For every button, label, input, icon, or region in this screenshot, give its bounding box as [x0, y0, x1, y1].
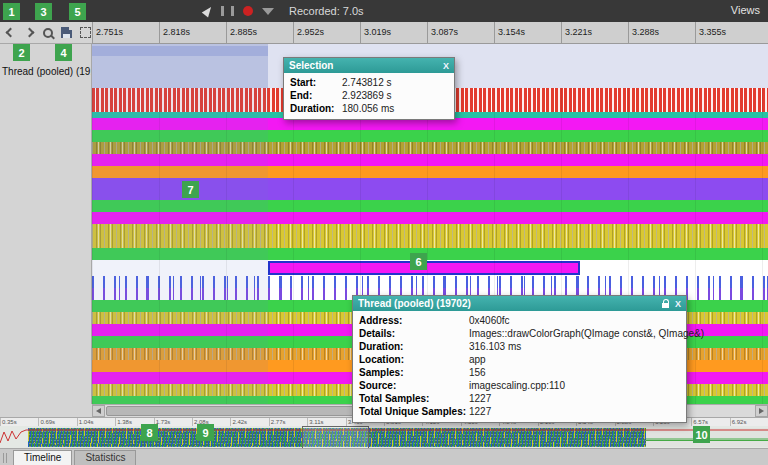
tooltip-field-value: app	[469, 353, 486, 366]
record-icon[interactable]	[243, 6, 253, 16]
chevron-left-icon	[6, 28, 16, 38]
thread-row-header[interactable]: Thread (pooled) (19. ▶	[0, 66, 91, 77]
analyzer-toolbar: Recorded: 7.0s Views	[0, 0, 768, 22]
thread-row-label: Thread (pooled) (19.	[2, 66, 91, 77]
annotation-badge: 4	[55, 44, 72, 61]
overview-tick: 3.11s	[307, 418, 345, 426]
tooltip-field-value: 0x4060fc	[469, 314, 510, 327]
tooltip-field: Duration:316.103 ms	[359, 340, 680, 353]
overview-activity-band[interactable]	[0, 426, 768, 449]
annotation-badge: 8	[141, 424, 158, 441]
tooltip-field-value: 2.923869 s	[342, 89, 392, 102]
close-icon[interactable]: X	[675, 299, 681, 309]
tooltip-field-label: Samples:	[359, 366, 469, 379]
timeline-row[interactable]	[92, 212, 768, 224]
overview-tick: 1.73s	[154, 418, 192, 426]
overview-view-window[interactable]	[302, 426, 369, 449]
scroll-right-button[interactable]	[755, 405, 768, 417]
ruler-tick: 3.221s	[561, 22, 592, 44]
filter-icon[interactable]	[262, 8, 274, 15]
timeline-sidebar: Thread (pooled) (19. ▶	[0, 44, 92, 404]
lock-icon[interactable]	[662, 299, 669, 308]
tooltip-field-label: Start:	[290, 76, 342, 89]
tooltip-field-label: Source:	[359, 379, 469, 392]
tab-statistics[interactable]: Statistics	[74, 450, 136, 465]
tooltip-field-label: Location:	[359, 353, 469, 366]
tooltip-field-label: Duration:	[290, 102, 342, 115]
tooltip-field-label: Address:	[359, 314, 469, 327]
annotation-badge: 1	[3, 3, 20, 20]
tooltip-field: End:2.923869 s	[290, 89, 448, 102]
views-menu-button[interactable]: Views	[731, 4, 760, 16]
selection-tooltip-body: Start:2.743812 sEnd:2.923869 sDuration:1…	[284, 73, 454, 119]
annotation-badge: 2	[13, 44, 30, 61]
thread-event-tooltip: Thread (pooled) (19702) X Address:0x4060…	[352, 295, 687, 423]
timeline-row[interactable]	[92, 154, 768, 166]
bottom-tab-bar: Timeline Statistics	[0, 448, 768, 465]
timeline-row[interactable]	[92, 166, 768, 178]
selection-tooltip-header: Selection X	[284, 58, 454, 73]
close-icon[interactable]: X	[443, 61, 449, 71]
timeline-row[interactable]	[92, 276, 768, 288]
ruler-tick: 2.751s	[92, 22, 123, 44]
tooltip-field: Total Samples:1227	[359, 392, 680, 405]
timeline-row[interactable]	[92, 236, 768, 248]
overview-tick: 2.42s	[230, 418, 268, 426]
overview-tick: 2.77s	[269, 418, 307, 426]
timeline-row[interactable]	[92, 142, 768, 154]
ruler-tick: 3.154s	[494, 22, 525, 44]
floppy-disk-icon	[61, 27, 72, 38]
overview-tick: 0.69s	[38, 418, 76, 426]
annotation-badge: 5	[69, 3, 86, 20]
tooltip-field: Location:app	[359, 353, 680, 366]
timeline-nav-toolbar	[0, 22, 92, 44]
zoom-fit-icon	[80, 27, 91, 38]
tooltip-field: Address:0x4060fc	[359, 314, 680, 327]
tooltip-field-value: 1227	[469, 392, 491, 405]
ruler-tick: 2.818s	[159, 22, 190, 44]
tooltip-field-value: imagescaling.cpp:110	[469, 379, 565, 392]
tab-timeline[interactable]: Timeline	[13, 450, 72, 465]
tooltip-field-value: 1227	[469, 405, 491, 418]
save-button[interactable]	[60, 25, 74, 40]
tooltip-field: Duration:180.056 ms	[290, 102, 448, 115]
toolbar-icon-group: Recorded: 7.0s	[204, 0, 364, 22]
recorded-duration-label: Recorded: 7.0s	[289, 5, 364, 17]
tooltip-field-label: Details:	[359, 327, 469, 340]
annotation-badge: 3	[35, 3, 52, 20]
overview-tick: 1.04s	[77, 418, 115, 426]
tooltip-field-label: Duration:	[359, 340, 469, 353]
thread-tooltip-title: Thread (pooled) (19702)	[358, 298, 658, 309]
selection-range-highlight	[92, 44, 268, 88]
triangle-left-icon	[96, 408, 101, 414]
overview-tick: 0.35s	[0, 418, 38, 426]
ruler-tick: 3.288s	[628, 22, 659, 44]
zoom-button[interactable]	[41, 25, 55, 40]
tooltip-field: Details:Images::drawColorGraph(QImage co…	[359, 327, 680, 340]
tooltip-field-value: Images::drawColorGraph(QImage const&, QI…	[469, 327, 704, 340]
timeline-row[interactable]	[92, 260, 768, 276]
tooltip-field-label: Total Samples:	[359, 392, 469, 405]
tooltip-field: Samples:156	[359, 366, 680, 379]
tooltip-field: Total Unique Samples:1227	[359, 405, 680, 418]
thread-tooltip-header: Thread (pooled) (19702) X	[353, 296, 686, 311]
timeline-row[interactable]	[92, 224, 768, 236]
overview-tick: 6.57s	[691, 418, 729, 426]
back-button[interactable]	[4, 25, 18, 40]
overview-activity-lines	[0, 426, 768, 449]
tooltip-field-label: End:	[290, 89, 342, 102]
annotation-badge: 6	[410, 253, 427, 270]
pause-icon[interactable]	[221, 6, 234, 16]
timeline-row[interactable]	[92, 248, 768, 260]
tooltip-field-value: 156	[469, 366, 486, 379]
scroll-left-button[interactable]	[92, 405, 105, 417]
selection-tooltip: Selection X Start:2.743812 sEnd:2.923869…	[283, 57, 455, 120]
timeline-row[interactable]	[92, 200, 768, 212]
overview-tick: 6.92s	[730, 418, 768, 426]
tooltip-field-value: 2.743812 s	[342, 76, 392, 89]
forward-button[interactable]	[23, 25, 37, 40]
zoom-fit-button[interactable]	[78, 25, 92, 40]
timeline-row[interactable]	[92, 130, 768, 142]
select-cursor-icon[interactable]	[202, 5, 214, 18]
magnifier-icon	[43, 28, 53, 38]
